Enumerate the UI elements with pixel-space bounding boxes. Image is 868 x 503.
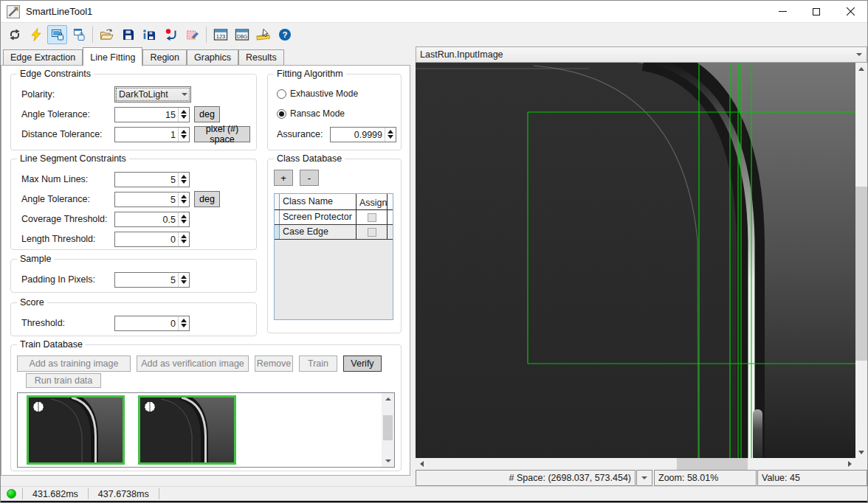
verify-button[interactable]: Verify xyxy=(343,355,382,372)
input-image-canvas[interactable] xyxy=(416,63,855,458)
scrollbar-thumb[interactable] xyxy=(855,187,867,361)
add-verification-image-button[interactable]: Add as verification image xyxy=(137,355,249,372)
space-coordinates-field: # Space: (2698.037, 573.454) xyxy=(416,470,636,486)
toolbar: 123 DBG ? xyxy=(1,23,867,46)
assign-checkbox[interactable] xyxy=(368,228,376,237)
segment-angle-unit-button[interactable]: deg xyxy=(194,191,220,207)
tab-region[interactable]: Region xyxy=(142,49,187,66)
spin-down-icon xyxy=(181,324,187,327)
spinner-buttons[interactable] xyxy=(178,316,189,330)
column-class-name[interactable]: Class Name xyxy=(280,194,356,209)
group-title: Fitting Algorithm xyxy=(274,69,346,79)
help-button[interactable]: ? xyxy=(275,25,294,44)
scroll-right-button[interactable] xyxy=(844,458,855,470)
assurance-input[interactable]: 0.9999 xyxy=(330,127,396,142)
space-selector-dropdown[interactable] xyxy=(636,470,652,486)
distance-tolerance-input[interactable]: 1 xyxy=(114,127,190,142)
add-training-image-button[interactable]: Add as training image xyxy=(17,355,131,372)
spinner-buttons[interactable] xyxy=(178,108,189,122)
grayscale-phone-image xyxy=(416,63,855,458)
tab-graphics[interactable]: Graphics xyxy=(187,49,238,66)
numeric-display-button[interactable]: 123 xyxy=(210,25,230,44)
padding-in-pixels-input[interactable]: 5 xyxy=(114,272,190,288)
record-revert-button[interactable] xyxy=(161,25,181,44)
table-row[interactable]: Case Edge xyxy=(275,225,393,240)
angle-unit-button[interactable]: deg xyxy=(194,106,220,122)
edge-constraints-group: Edge Constraints Polarity: DarkToLight A… xyxy=(10,74,257,150)
scroll-up-button[interactable] xyxy=(382,393,394,405)
loop-run-icon xyxy=(8,28,21,41)
viewer-vertical-scrollbar[interactable] xyxy=(855,63,867,458)
train-image-list[interactable] xyxy=(17,392,395,468)
line-segment-constraints-group: Line Segment Constraints Max Num Lines: … xyxy=(10,159,257,250)
run-once-button[interactable] xyxy=(26,25,46,44)
run-train-data-button[interactable]: Run train data xyxy=(26,373,101,388)
spinner-buttons[interactable] xyxy=(178,128,189,142)
image-viewer-pane: LastRun.InputImage xyxy=(416,46,867,486)
padding-in-pixels-label: Padding In Pixels: xyxy=(21,274,114,285)
close-button[interactable] xyxy=(833,1,867,22)
class-name-cell[interactable]: Case Edge xyxy=(280,225,356,239)
scroll-down-button[interactable] xyxy=(855,446,867,458)
score-threshold-input[interactable]: 0 xyxy=(114,316,190,331)
save-results-button[interactable] xyxy=(140,25,159,44)
thumbnail-list-scrollbar[interactable] xyxy=(382,393,394,467)
electric-runmode-icon xyxy=(51,28,64,41)
coverage-threshold-label: Coverage Threshold: xyxy=(21,214,114,224)
tab-line-fitting[interactable]: Line Fitting xyxy=(83,47,142,66)
remove-button[interactable]: Remove xyxy=(255,355,293,372)
status-bar: 431.682ms 437.6738ms xyxy=(1,486,867,501)
spinner-buttons[interactable] xyxy=(385,128,396,142)
train-button[interactable]: Train xyxy=(299,355,337,372)
class-name-cell[interactable]: Screen Protector xyxy=(280,210,356,224)
spinner-buttons[interactable] xyxy=(178,273,189,287)
max-num-lines-input[interactable]: 5 xyxy=(114,172,190,187)
train-image-thumbnail[interactable] xyxy=(27,395,125,465)
scroll-down-button[interactable] xyxy=(382,455,394,467)
polarity-label: Polarity: xyxy=(21,89,114,100)
debug-display-button[interactable]: DBG xyxy=(232,25,252,44)
electric-runmode-button[interactable] xyxy=(47,25,67,44)
image-source-dropdown[interactable]: LastRun.InputImage xyxy=(416,46,867,63)
edit-region-button[interactable] xyxy=(182,25,202,44)
spinner-buttons[interactable] xyxy=(178,232,189,246)
add-class-button[interactable]: + xyxy=(274,170,293,186)
exhaustive-mode-radio[interactable]: Exhaustive Mode xyxy=(277,86,395,101)
spinner-buttons[interactable] xyxy=(178,192,189,207)
scrollbar-thumb[interactable] xyxy=(677,458,748,470)
group-title: Line Segment Constraints xyxy=(17,153,129,164)
tab-results[interactable]: Results xyxy=(238,49,284,66)
column-assign[interactable]: Assign xyxy=(356,194,388,209)
ransac-mode-label: Ransac Mode xyxy=(290,108,345,119)
measure-button[interactable] xyxy=(253,25,273,44)
scroll-left-button[interactable] xyxy=(416,458,427,470)
spin-down-icon xyxy=(181,280,187,284)
spin-up-icon xyxy=(181,275,187,279)
scroll-up-button[interactable] xyxy=(855,63,867,74)
viewer-horizontal-scrollbar[interactable] xyxy=(416,458,855,470)
pane-splitter[interactable] xyxy=(410,46,416,486)
remove-class-button[interactable]: - xyxy=(300,170,319,186)
polarity-value: DarkToLight xyxy=(115,89,179,100)
spinner-buttons[interactable] xyxy=(178,173,189,187)
polarity-dropdown[interactable]: DarkToLight xyxy=(114,86,191,103)
loop-run-button[interactable] xyxy=(4,25,24,44)
spinner-buttons[interactable] xyxy=(178,212,189,226)
train-image-thumbnail[interactable] xyxy=(138,395,236,465)
maximize-button[interactable] xyxy=(799,1,833,22)
assign-checkbox[interactable] xyxy=(368,213,376,222)
window-lock-button[interactable] xyxy=(69,25,89,44)
table-row[interactable]: Screen Protector xyxy=(275,210,393,225)
segment-angle-tolerance-input[interactable]: 5 xyxy=(114,192,190,207)
ransac-mode-radio[interactable]: Ransac Mode xyxy=(277,106,395,121)
save-button[interactable] xyxy=(118,25,138,44)
coverage-threshold-input[interactable]: 0.5 xyxy=(114,212,190,227)
scrollbar-thumb[interactable] xyxy=(383,415,393,440)
distance-unit-button[interactable]: pixel (#) space xyxy=(194,126,250,142)
open-button[interactable] xyxy=(97,25,117,44)
length-threshold-input[interactable]: 0 xyxy=(114,232,190,247)
angle-tolerance-input[interactable]: 15 xyxy=(114,107,190,122)
image-source-value: LastRun.InputImage xyxy=(416,49,852,60)
tab-edge-extraction[interactable]: Edge Extraction xyxy=(3,49,83,66)
minimize-button[interactable] xyxy=(765,1,799,22)
